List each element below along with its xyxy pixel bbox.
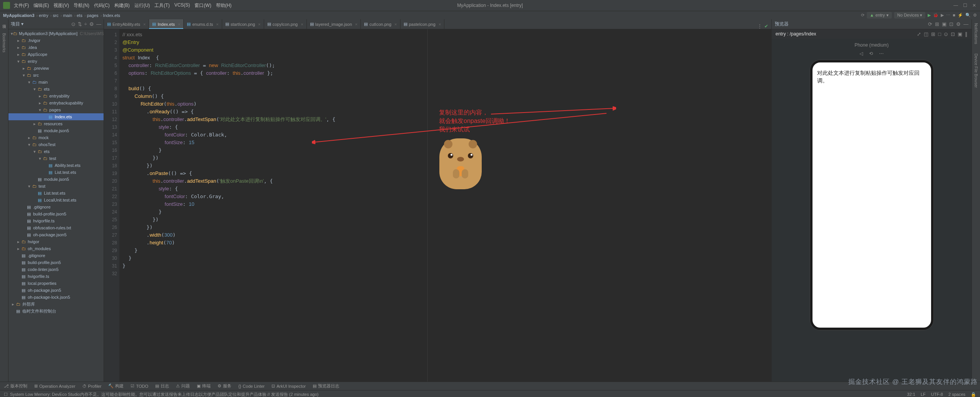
close-icon[interactable]: ×	[216, 22, 218, 27]
status-2 spaces[interactable]: 2 spaces	[948, 392, 965, 397]
bottom-tool-服务[interactable]: ⚙ 服务	[218, 383, 231, 389]
tree-node[interactable]: ▸🗀AppScope	[8, 51, 104, 58]
prev-t3-icon[interactable]: ⊞	[931, 31, 935, 37]
settings-icon[interactable]: ⚙	[973, 13, 977, 18]
bottom-tool-TODO[interactable]: ☑ TODO	[131, 384, 148, 389]
tree-node[interactable]: ▤code-linter.json5	[8, 266, 104, 273]
close-icon[interactable]: ×	[439, 22, 441, 27]
bottom-tool-构建[interactable]: 🔨 构建	[108, 383, 124, 389]
run-icon[interactable]: ▶	[928, 13, 931, 18]
tree-node[interactable]: ▤hvigorfile.ts	[8, 217, 104, 224]
tree-node[interactable]: ▤.gitignore	[8, 252, 104, 259]
bottom-tool-ArkUI Inspector[interactable]: ⊡ ArkUI Inspector	[271, 384, 306, 389]
entry-config-select[interactable]: ▲ entry ▾	[867, 12, 892, 19]
menu-代码(C)[interactable]: 代码(C)	[92, 2, 112, 9]
tree-node[interactable]: ▤local.properties	[8, 280, 104, 287]
tree-node[interactable]: ▸🗀oh_modules	[8, 245, 104, 252]
status-32:1[interactable]: 32:1	[907, 392, 915, 397]
project-panel-title[interactable]: 项目 ▾	[11, 21, 23, 27]
tree-node[interactable]: ▸🗀.idea	[8, 44, 104, 51]
collapse-icon[interactable]: ÷	[84, 21, 87, 27]
device-back-icon[interactable]: ◁	[859, 51, 863, 56]
tree-node[interactable]: ▤module.json5	[8, 127, 104, 134]
menu-窗口(W)[interactable]: 窗口(W)	[192, 2, 213, 9]
attach-icon[interactable]: ⋯	[946, 13, 950, 18]
bottom-tool-日志[interactable]: ▤ 日志	[155, 383, 169, 389]
code-content[interactable]: // xxx.ets @Entry @Component struct Inde…	[119, 29, 771, 382]
menu-导航(N)[interactable]: 导航(N)	[71, 2, 92, 9]
tree-node[interactable]: ▤build-profile.json5	[8, 210, 104, 217]
tree-node[interactable]: ▤oh-package-lock.json5	[8, 294, 104, 301]
editor-tab[interactable]: ▤EntryAbility.ets×	[104, 19, 149, 29]
breadcrumb-item[interactable]: ets	[77, 13, 85, 18]
tree-node[interactable]: ▾🗀test	[8, 183, 104, 190]
tree-node[interactable]: ▸🗀entrybackupability	[8, 99, 104, 106]
close-icon[interactable]: ×	[143, 22, 146, 27]
bottom-tool-Code Linter[interactable]: {} Code Linter	[238, 384, 265, 389]
tree-node[interactable]: ▸🗀.hvigor	[8, 37, 104, 44]
close-icon[interactable]: ×	[394, 22, 397, 27]
bottom-tool-问题[interactable]: ⚠ 问题	[176, 383, 190, 389]
menu-编辑(E)[interactable]: 编辑(E)	[31, 2, 51, 9]
coverage-icon[interactable]: ▶	[941, 13, 944, 18]
expand-icon[interactable]: ⇅	[78, 21, 82, 27]
tree-node[interactable]: ▤LocalUnit.test.ets	[8, 197, 104, 204]
breadcrumb-item[interactable]: MyApplication3	[3, 13, 38, 18]
tree-node[interactable]: ▤module.json5	[8, 176, 104, 183]
tree-node[interactable]: ▸🗀resources	[8, 120, 104, 127]
menu-视图(V)[interactable]: 视图(V)	[51, 2, 71, 9]
prev-settings-icon[interactable]: ⊞	[935, 21, 939, 27]
close-icon[interactable]: ×	[355, 22, 357, 27]
editor-tab[interactable]: ▤copyIcon.png×	[264, 19, 307, 29]
prev-t6-icon[interactable]: ⊡	[951, 31, 955, 37]
tree-node[interactable]: ▾🗀ets	[8, 86, 104, 93]
lock-icon[interactable]: 🔒	[971, 392, 976, 397]
tree-node[interactable]: ▤Ability.test.ets	[8, 162, 104, 169]
prev-t8-icon[interactable]: ‖	[965, 31, 968, 37]
close-icon[interactable]: ×	[178, 22, 180, 27]
device-select[interactable]: No Devices ▾	[894, 12, 925, 19]
notifications-rail-button[interactable]: Notifications	[974, 23, 978, 44]
menu-帮助(H)[interactable]: 帮助(H)	[214, 2, 234, 9]
locate-icon[interactable]: ⊙	[71, 21, 75, 27]
tree-node[interactable]: ▤Index.ets	[8, 113, 104, 120]
editor-tab[interactable]: ▤layered_image.json×	[307, 19, 361, 29]
tree-node[interactable]: ▤List.test.ets	[8, 169, 104, 176]
debug-icon[interactable]: 🐞	[933, 13, 938, 18]
editor-tab[interactable]: ▤startIcon.png×	[222, 19, 264, 29]
menu-工具(T)[interactable]: 工具(T)	[152, 2, 172, 9]
tree-node[interactable]: ▸🗀entryability	[8, 93, 104, 99]
tree-node[interactable]: ▾🗀main	[8, 79, 104, 86]
tree-node[interactable]: ▾🗀MyApplication3 [MyApplication]C:\Users…	[8, 30, 104, 37]
prev-t5-icon[interactable]: ⊙	[944, 31, 948, 37]
tree-node[interactable]: ▸🗀外部库	[8, 301, 104, 308]
tree-node[interactable]: ▤临时文件和控制台	[8, 308, 104, 315]
close-icon[interactable]: ×	[258, 22, 260, 27]
menu-运行(U)[interactable]: 运行(U)	[132, 2, 152, 9]
tree-node[interactable]: ▤oh-package.json5	[8, 231, 104, 238]
close-icon[interactable]: ×	[301, 22, 303, 27]
project-tree[interactable]: ▾🗀MyApplication3 [MyApplication]C:\Users…	[8, 29, 104, 382]
prev-t7-icon[interactable]: ▣	[958, 31, 962, 37]
hide-icon[interactable]: —	[96, 21, 101, 27]
breadcrumb-item[interactable]: src	[53, 13, 62, 18]
tree-node[interactable]: ▤hvigorfile.ts	[8, 273, 104, 280]
breadcrumb-item[interactable]: Index.ets	[103, 13, 120, 18]
editor-tab[interactable]: ▤pasteIcon.png×	[400, 19, 445, 29]
tree-node[interactable]: ▸🗀.preview	[8, 65, 104, 72]
device-file-rail-button[interactable]: Device File Browser	[974, 54, 978, 88]
tree-node[interactable]: ▾🗀test	[8, 155, 104, 162]
prev-t1-icon[interactable]: ⤢	[917, 31, 921, 37]
breadcrumb-item[interactable]: entry	[39, 13, 52, 18]
tree-node[interactable]: ▾🗀pages	[8, 106, 104, 113]
minimize-button[interactable]: —	[953, 3, 958, 8]
tree-node[interactable]: ▤.gitignore	[8, 204, 104, 210]
status-UTF-8[interactable]: UTF-8	[931, 392, 943, 397]
prev-multi-icon[interactable]: ▣	[942, 21, 946, 27]
breadcrumb-item[interactable]: pages	[87, 13, 102, 18]
status-LF[interactable]: LF	[921, 392, 926, 397]
prev-hide-icon[interactable]: —	[963, 21, 968, 27]
prev-refresh-icon[interactable]: ⟳	[928, 21, 932, 27]
tree-node[interactable]: ▤List.test.ets	[8, 190, 104, 197]
tree-node[interactable]: ▤obfuscation-rules.txt	[8, 224, 104, 231]
